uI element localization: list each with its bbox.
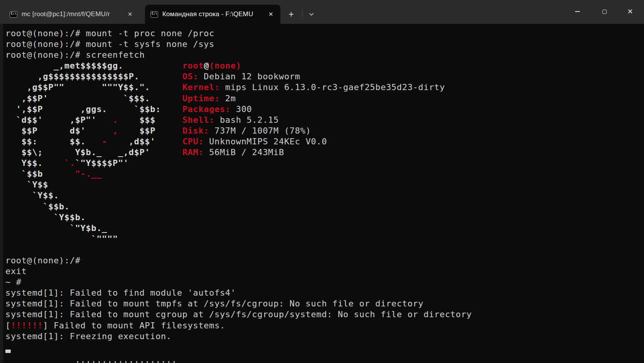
terminal-screen[interactable]: root@(none):/# mount -t proc none /procr… bbox=[0, 24, 644, 363]
terminal-line: $$: $$. - ,d$$' CPU: UnknownMIPS 24KEc V… bbox=[5, 136, 644, 147]
terminal-line: ,g$$P"" """Y$$.". Kernel: mips Linux 6.1… bbox=[5, 82, 644, 93]
terminal-output: root@(none):/# mount -t proc none /procr… bbox=[0, 24, 644, 342]
terminal-line: $$P d$' , $$P Disk: 737M / 1007M (78%) bbox=[5, 125, 644, 136]
terminal-line: `"Y$b._ bbox=[5, 223, 644, 234]
minimize-icon bbox=[575, 11, 580, 12]
tab-bar-divider bbox=[302, 9, 302, 19]
close-button[interactable]: ✕ bbox=[621, 0, 639, 23]
scrollbar-gutter bbox=[0, 24, 3, 363]
terminal-line: [!!!!!!] Failed to mount API filesystems… bbox=[5, 320, 644, 331]
titlebar: C:\ mc [root@pc1]:/mnt/f/QEMU/r ✕ C:\ Ко… bbox=[0, 0, 644, 24]
minimize-button[interactable] bbox=[568, 0, 587, 23]
terminal-line: ,g$$$$$$$$$$$$$$$P. OS: Debian 12 bookwo… bbox=[5, 71, 644, 82]
terminal-line: systemd[1]: Failed to mount cgroup at /s… bbox=[5, 309, 644, 320]
terminal-line: root@(none):/# mount -t proc none /proc bbox=[5, 28, 644, 39]
terminal-line bbox=[5, 244, 644, 255]
maximize-button[interactable] bbox=[595, 0, 614, 23]
clipped-text: !!!!!!!!!!!!!!!!!!! bbox=[5, 361, 177, 363]
terminal-line: `Y$$ bbox=[5, 179, 644, 190]
new-tab-button[interactable]: + bbox=[284, 7, 298, 21]
terminal-line: Y$$. `.`"Y$$$$P"' bbox=[5, 158, 644, 169]
terminal-window: C:\ mc [root@pc1]:/mnt/f/QEMU/r ✕ C:\ Ко… bbox=[0, 0, 644, 363]
terminal-line: ~ # bbox=[5, 277, 644, 288]
terminal-line: `$$b "-.__ bbox=[5, 169, 644, 179]
tab-label: mc [root@pc1]:/mnt/f/QEMU/r bbox=[22, 10, 120, 18]
terminal-line: ,$$P' `$$$. Uptime: 2m bbox=[5, 93, 644, 104]
maximize-icon bbox=[602, 10, 607, 14]
terminal-line: `Y$$b. bbox=[5, 212, 644, 223]
terminal-line: _,met$$$$$gg. root@(none) bbox=[5, 60, 644, 71]
terminal-line: $$\; Y$b._ _,d$P' RAM: 56MiB / 243MiB bbox=[5, 147, 644, 158]
terminal-line: root@(none):/# bbox=[5, 255, 644, 266]
tab-label: Командная строка - F:\QEMU bbox=[162, 10, 260, 18]
terminal-line: `Y$$. bbox=[5, 190, 644, 201]
terminal-line: root@(none):/# mount -t sysfs none /sys bbox=[5, 39, 644, 50]
terminal-cursor bbox=[5, 350, 11, 353]
terminal-line: systemd[1]: Freezing execution. bbox=[5, 331, 644, 342]
terminal-line: systemd[1]: Failed to mount tmpfs at /sy… bbox=[5, 298, 644, 309]
terminal-line: `d$$' ,$P"' . $$$ Shell: bash 5.2.15 bbox=[5, 115, 644, 125]
terminal-line: root@(none):/# screenfetch bbox=[5, 50, 644, 60]
tab-close-icon[interactable]: ✕ bbox=[124, 8, 136, 20]
tab-cmd-qemu[interactable]: C:\ Командная строка - F:\QEMU ✕ bbox=[145, 5, 280, 24]
clipped-bottom-line: !!!!!!!!!!!!!!!!!!! bbox=[5, 361, 177, 363]
terminal-line: `"""" bbox=[5, 234, 644, 244]
terminal-line: exit bbox=[5, 266, 644, 277]
tab-mc-session[interactable]: C:\ mc [root@pc1]:/mnt/f/QEMU/r ✕ bbox=[4, 5, 140, 24]
tab-dropdown-button[interactable] bbox=[305, 7, 318, 21]
cmd-icon-text: C:\ bbox=[152, 12, 157, 15]
terminal-line: ',$$P ,ggs. `$$b: Packages: 300 bbox=[5, 104, 644, 115]
cmd-icon: C:\ bbox=[10, 11, 17, 18]
terminal-line: systemd[1]: Failed to find module 'autof… bbox=[5, 288, 644, 298]
tab-close-icon[interactable]: ✕ bbox=[265, 8, 277, 20]
chevron-down-icon bbox=[309, 13, 314, 16]
cmd-icon-text: C:\ bbox=[11, 12, 16, 15]
cmd-icon: C:\ bbox=[150, 11, 158, 18]
terminal-line: `$$b. bbox=[5, 201, 644, 212]
